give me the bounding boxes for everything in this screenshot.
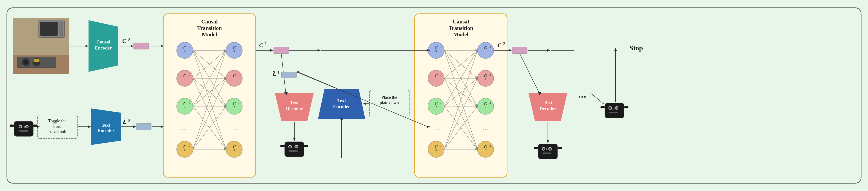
svg-text:2: 2	[490, 45, 491, 48]
svg-text:2: 2	[184, 105, 186, 109]
svg-text:0: 0	[184, 50, 186, 53]
svg-rect-6	[59, 22, 63, 36]
svg-text:1: 1	[238, 73, 240, 76]
svg-text:Stop: Stop	[629, 44, 643, 52]
svg-text:1: 1	[440, 101, 441, 104]
svg-text:1: 1	[265, 42, 267, 46]
svg-text:Transition: Transition	[448, 25, 473, 31]
svg-text:0: 0	[435, 50, 437, 53]
svg-text:Decoder: Decoder	[286, 106, 303, 111]
svg-text:...: ...	[578, 88, 586, 100]
llm-robot-4: LLM	[600, 103, 628, 118]
svg-text:0: 0	[128, 118, 130, 122]
svg-text:1: 1	[238, 45, 240, 48]
text-decoder-1: Text Decoder	[275, 93, 314, 121]
text-encoder-mid: Text Encoder	[318, 89, 365, 119]
svg-text:2: 2	[503, 42, 505, 46]
svg-text:L̂: L̂	[122, 118, 126, 125]
svg-text:0: 0	[189, 73, 190, 76]
svg-text:Text: Text	[290, 100, 299, 105]
svg-rect-130	[289, 151, 298, 152]
svg-text:⋯: ⋯	[482, 125, 489, 132]
svg-point-11	[33, 59, 39, 62]
svg-text:⋯: ⋯	[433, 125, 439, 132]
svg-rect-19	[10, 125, 14, 127]
svg-text:plate down: plate down	[380, 100, 399, 105]
svg-text:0: 0	[189, 101, 190, 104]
svg-text:1: 1	[234, 77, 235, 81]
svg-text:Toggle the: Toggle the	[48, 118, 67, 124]
svg-rect-132	[304, 145, 308, 147]
svg-rect-224	[542, 153, 551, 154]
svg-text:Text: Text	[337, 98, 346, 103]
svg-text:2: 2	[435, 105, 437, 109]
svg-rect-234	[609, 112, 618, 113]
svg-text:0: 0	[189, 45, 190, 48]
svg-text:Transition: Transition	[197, 25, 222, 31]
svg-text:0: 0	[189, 144, 190, 147]
svg-text:1: 1	[440, 73, 441, 76]
causal-encoder: Causal Encoder	[89, 20, 118, 72]
svg-text:2: 2	[485, 105, 487, 109]
svg-point-10	[24, 60, 28, 64]
svg-text:Encoder: Encoder	[333, 104, 350, 109]
svg-text:⋯: ⋯	[231, 125, 238, 132]
svg-text:third: third	[53, 124, 61, 129]
svg-text:Decoder: Decoder	[539, 106, 556, 111]
svg-text:Causal: Causal	[453, 19, 469, 25]
svg-text:2: 2	[490, 101, 491, 104]
svg-text:stoveknob: stoveknob	[49, 129, 66, 134]
svg-text:1: 1	[238, 101, 240, 104]
svg-rect-226	[558, 147, 562, 149]
svg-text:LLM: LLM	[21, 126, 27, 129]
svg-text:C: C	[122, 38, 126, 44]
svg-text:n: n	[184, 148, 186, 152]
svg-text:Text: Text	[544, 100, 552, 105]
llm-robot-2: LLM	[280, 142, 308, 157]
svg-text:LLM: LLM	[611, 107, 617, 110]
svg-rect-209	[512, 47, 527, 54]
svg-text:Model: Model	[453, 31, 469, 38]
svg-text:2: 2	[490, 73, 491, 76]
svg-text:LLM: LLM	[291, 145, 297, 149]
scene-image	[13, 18, 69, 74]
ctm-box-2: Causal Transition Model C 0 1 C 1 1 C 2 …	[415, 14, 507, 177]
svg-text:⋯: ⋯	[182, 125, 188, 132]
svg-rect-125	[285, 142, 304, 157]
svg-text:Encoder: Encoder	[97, 128, 115, 133]
svg-text:n: n	[435, 148, 437, 152]
svg-rect-219	[538, 144, 558, 159]
svg-text:Causal: Causal	[96, 39, 111, 45]
svg-rect-49	[136, 124, 151, 130]
svg-rect-236	[624, 106, 628, 108]
svg-text:Causal: Causal	[201, 19, 218, 25]
svg-rect-120	[281, 72, 297, 78]
svg-text:0: 0	[485, 50, 487, 53]
svg-text:LLM: LLM	[544, 147, 551, 151]
svg-text:1: 1	[485, 77, 487, 81]
svg-text:1: 1	[440, 144, 441, 147]
svg-text:1: 1	[278, 71, 279, 74]
text-decoder-2: Text Decoder	[529, 93, 567, 121]
svg-text:Text: Text	[102, 122, 111, 128]
svg-text:0: 0	[234, 50, 235, 53]
svg-text:2: 2	[234, 105, 235, 109]
svg-text:Model: Model	[202, 31, 217, 38]
svg-text:2: 2	[490, 144, 491, 147]
svg-rect-229	[605, 103, 624, 118]
svg-rect-112	[274, 47, 289, 54]
svg-text:C: C	[259, 42, 263, 48]
svg-text:1: 1	[184, 77, 186, 81]
main-diagram: LLM Toggle the third stoveknob Causal En…	[0, 0, 855, 176]
llm-robot-1: LLM	[10, 121, 38, 136]
svg-rect-235	[600, 106, 605, 108]
svg-text:0: 0	[128, 37, 130, 42]
svg-rect-5	[40, 22, 58, 36]
svg-text:L̂: L̂	[273, 71, 276, 77]
svg-rect-131	[280, 145, 285, 147]
svg-text:n: n	[234, 148, 235, 152]
svg-text:C: C	[498, 42, 501, 48]
svg-text:Encoder: Encoder	[95, 45, 112, 51]
llm-robot-3: LLM	[534, 144, 562, 159]
svg-rect-20	[33, 125, 38, 127]
